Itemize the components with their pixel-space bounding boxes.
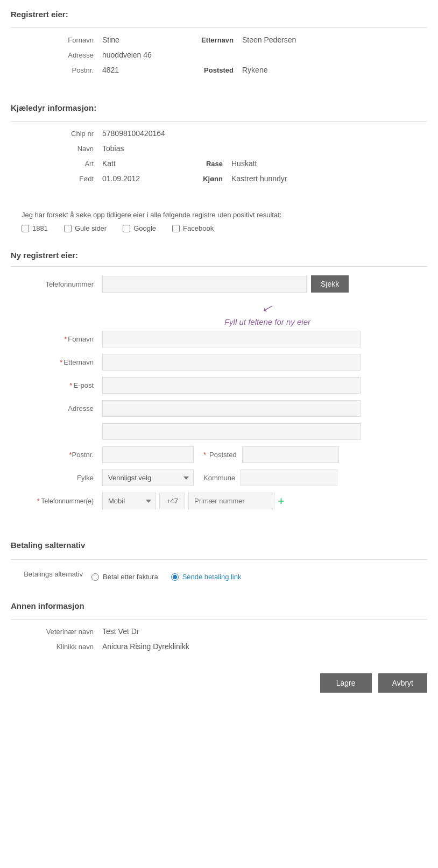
telefon-search-label: Telefonnummer: [32, 280, 102, 288]
ny-telefon-row: * Telefonnummer(e) Mobil +47 +: [32, 493, 406, 509]
adresse-label: Adresse: [32, 51, 102, 59]
radio-faktura-input[interactable]: [91, 573, 99, 581]
checkbox-row: 1881 Gule sider Google Facebook: [22, 224, 416, 232]
annen-info-header: Annen informasjon: [0, 592, 438, 619]
betaling-content: Betalings alternativ Betal etter faktura…: [0, 560, 438, 588]
betaling-label: Betalings alternativ: [22, 570, 91, 578]
fornavn-label: Fornavn: [32, 36, 102, 44]
poststed-label: Poststed: [199, 66, 242, 74]
phone-prefix: +47: [159, 493, 185, 509]
ny-fylke-select[interactable]: Vennligst velg: [102, 469, 194, 486]
adresse-row: Adresse huoddveien 46: [32, 51, 406, 59]
registrert-eier-title: Registrert eier:: [11, 10, 427, 19]
ny-adresse-input[interactable]: [102, 400, 361, 417]
ny-fornavn-row: Fornavn: [32, 331, 406, 347]
radio-link-label: Sende betaling link: [182, 573, 242, 581]
ny-postnr-input[interactable]: [102, 446, 194, 463]
checkbox-google-input[interactable]: [123, 225, 130, 232]
checkbox-google-label: Google: [133, 224, 156, 232]
search-section: Jeg har forsøkt å søke opp tidligere eie…: [0, 197, 438, 242]
klinikk-value: Anicura Rising Dyreklinikk: [102, 642, 189, 651]
fornavn-row: Fornavn Stine Etternavn Steen Pedersen: [32, 35, 406, 44]
ny-adresse2-row: [32, 423, 406, 440]
phone-type-select[interactable]: Mobil: [102, 493, 156, 509]
radio-link[interactable]: Sende betaling link: [171, 573, 242, 581]
ny-kommune-input[interactable]: [241, 469, 337, 486]
ny-epost-label: E-post: [32, 381, 102, 389]
adresse-value: huoddveien 46: [102, 51, 152, 59]
kjonn-label: Kjønn: [199, 175, 231, 183]
postnr-row: Postnr. 4821 Poststed Rykene: [32, 66, 406, 74]
ny-telefon-label: * Telefonnummer(e): [32, 497, 102, 505]
registrert-eier-section: Registrert eier:: [0, 0, 438, 27]
betaling-title: Betaling salternativ: [11, 540, 427, 550]
fodt-label: Født: [32, 175, 102, 183]
radio-link-input[interactable]: [171, 573, 179, 581]
checkbox-gule-sider-label: Gule sider: [75, 224, 107, 232]
lagre-button[interactable]: Lagre: [320, 673, 372, 693]
art-value: Katt: [102, 159, 199, 168]
ny-fornavn-label: Fornavn: [32, 335, 102, 343]
rase-value: Huskatt: [231, 159, 257, 168]
checkbox-facebook-input[interactable]: [172, 225, 180, 232]
checkbox-1881-input[interactable]: [22, 225, 29, 232]
phone-primary-input[interactable]: [188, 493, 274, 509]
betaling-row: Betalings alternativ Betal etter faktura…: [22, 567, 427, 581]
telefon-search-row: Telefonnummer Sjekk: [32, 275, 406, 293]
telefon-search-input[interactable]: [102, 276, 307, 293]
fodt-row: Født 01.09.2012 Kjønn Kastrert hunndyr: [32, 174, 406, 183]
avbryt-button[interactable]: Avbryt: [378, 673, 427, 693]
ny-adresse2-input[interactable]: [102, 423, 361, 440]
phone-section: Mobil +47 +: [102, 493, 285, 509]
postnr-label: Postnr.: [32, 66, 102, 74]
radio-faktura[interactable]: Betal etter faktura: [91, 573, 158, 581]
art-label: Art: [32, 160, 102, 168]
veterinar-value: Test Vet Dr: [102, 627, 139, 636]
ny-epost-row: E-post: [32, 377, 406, 394]
kjonn-value: Kastrert hunndyr: [231, 174, 287, 183]
ny-eier-title: Ny registrert eier:: [11, 251, 427, 260]
ny-fylke-label: Fylke: [32, 474, 102, 482]
ny-epost-input[interactable]: [102, 377, 361, 394]
ny-adresse-label: Adresse: [32, 404, 102, 412]
telefon-search-group: Sjekk: [102, 275, 349, 293]
kjaledyr-section: Kjæledyr informasjon:: [0, 94, 438, 121]
sjekk-button[interactable]: Sjekk: [311, 275, 349, 293]
checkbox-google[interactable]: Google: [123, 224, 156, 232]
ny-fylke-row: Fylke Vennligst velg Kommune: [32, 469, 406, 486]
ny-etternavn-input[interactable]: [102, 354, 361, 371]
chip-label: Chip nr: [32, 130, 102, 138]
ny-postnr-row: *Postnr. *Poststed: [32, 446, 406, 463]
etternavn-label: Etternavn: [199, 36, 242, 44]
checkbox-gule-sider[interactable]: Gule sider: [64, 224, 107, 232]
checkbox-1881[interactable]: 1881: [22, 224, 48, 232]
ny-poststed-label: Poststed: [209, 451, 242, 459]
checkbox-facebook[interactable]: Facebook: [172, 224, 214, 232]
add-phone-button[interactable]: +: [278, 495, 285, 507]
navn-value: Tobias: [102, 144, 124, 153]
payment-options: Betal etter faktura Sende betaling link: [91, 573, 241, 581]
checkbox-gule-sider-input[interactable]: [64, 225, 72, 232]
ny-etternavn-label: Etternavn: [32, 358, 102, 366]
veterinar-row: Veterinær navn Test Vet Dr: [32, 627, 406, 636]
fodt-value: 01.09.2012: [102, 174, 199, 183]
veterinar-label: Veterinær navn: [32, 628, 102, 636]
betaling-header: Betaling salternativ: [0, 532, 438, 559]
ny-kommune-label: Kommune: [194, 474, 241, 482]
ny-fornavn-input[interactable]: [102, 331, 361, 347]
hint-container: ← Fyll ut feltene for ny eier: [129, 299, 406, 326]
rase-label: Rase: [199, 160, 231, 168]
fornavn-value: Stine: [102, 35, 199, 44]
annen-info-title: Annen informasjon: [11, 601, 427, 610]
navn-row: Navn Tobias: [32, 144, 406, 153]
chip-value: 578098100420164: [102, 129, 165, 138]
ny-adresse-row: Adresse: [32, 400, 406, 417]
ny-eier-form: Telefonnummer Sjekk ← Fyll ut feltene fo…: [0, 267, 438, 521]
poststed-value: Rykene: [242, 66, 267, 74]
search-description: Jeg har forsøkt å søke opp tidligere eie…: [22, 211, 416, 219]
checkbox-1881-label: 1881: [32, 224, 48, 232]
ny-etternavn-row: Etternavn: [32, 354, 406, 371]
ny-poststed-input[interactable]: [242, 446, 339, 463]
klinikk-label: Klinikk navn: [32, 643, 102, 651]
art-row: Art Katt Rase Huskatt: [32, 159, 406, 168]
